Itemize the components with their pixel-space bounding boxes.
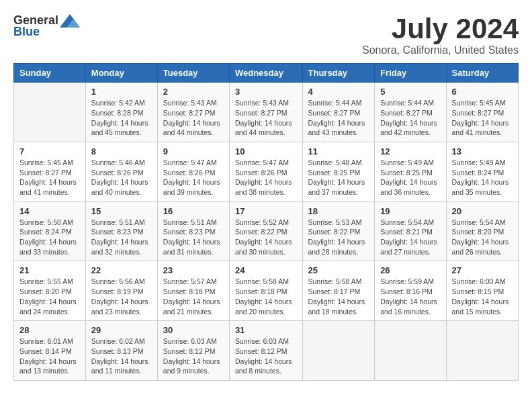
day-number: 29 bbox=[91, 325, 152, 335]
day-number: 22 bbox=[91, 265, 152, 275]
calendar-cell: 27Sunrise: 6:00 AM Sunset: 8:15 PM Dayli… bbox=[446, 261, 518, 321]
calendar-table: Sunday Monday Tuesday Wednesday Thursday… bbox=[13, 63, 519, 381]
day-info: Sunrise: 5:59 AM Sunset: 8:16 PM Dayligh… bbox=[380, 277, 440, 316]
day-number: 16 bbox=[163, 206, 224, 216]
calendar-cell: 11Sunrise: 5:48 AM Sunset: 8:25 PM Dayli… bbox=[302, 142, 375, 201]
day-number: 19 bbox=[380, 206, 440, 216]
day-info: Sunrise: 6:01 AM Sunset: 8:14 PM Dayligh… bbox=[19, 336, 80, 376]
calendar-cell: 7Sunrise: 5:45 AM Sunset: 8:27 PM Daylig… bbox=[14, 142, 86, 201]
calendar-cell: 4Sunrise: 5:44 AM Sunset: 8:27 PM Daylig… bbox=[302, 83, 375, 142]
calendar-cell: 1Sunrise: 5:42 AM Sunset: 8:28 PM Daylig… bbox=[85, 83, 157, 142]
day-info: Sunrise: 6:00 AM Sunset: 8:15 PM Dayligh… bbox=[452, 277, 513, 316]
calendar-cell: 10Sunrise: 5:47 AM Sunset: 8:26 PM Dayli… bbox=[229, 142, 302, 201]
day-number: 10 bbox=[235, 146, 297, 156]
day-number: 17 bbox=[235, 206, 297, 216]
day-number: 6 bbox=[452, 87, 513, 97]
day-info: Sunrise: 5:49 AM Sunset: 8:24 PM Dayligh… bbox=[452, 158, 513, 197]
day-number: 15 bbox=[91, 206, 152, 216]
day-info: Sunrise: 6:02 AM Sunset: 8:13 PM Dayligh… bbox=[91, 336, 152, 376]
day-info: Sunrise: 6:03 AM Sunset: 8:12 PM Dayligh… bbox=[235, 336, 297, 376]
calendar-cell: 16Sunrise: 5:51 AM Sunset: 8:23 PM Dayli… bbox=[157, 201, 229, 261]
day-number: 13 bbox=[452, 146, 513, 156]
calendar-cell: 3Sunrise: 5:43 AM Sunset: 8:27 PM Daylig… bbox=[229, 83, 302, 142]
calendar-week-5: 28Sunrise: 6:01 AM Sunset: 8:14 PM Dayli… bbox=[14, 321, 519, 381]
calendar-week-1: 1Sunrise: 5:42 AM Sunset: 8:28 PM Daylig… bbox=[14, 83, 519, 142]
day-number: 25 bbox=[308, 265, 369, 275]
day-info: Sunrise: 5:45 AM Sunset: 8:27 PM Dayligh… bbox=[19, 158, 80, 197]
calendar-week-3: 14Sunrise: 5:50 AM Sunset: 8:24 PM Dayli… bbox=[14, 201, 519, 261]
day-info: Sunrise: 5:44 AM Sunset: 8:27 PM Dayligh… bbox=[308, 98, 369, 138]
day-info: Sunrise: 5:58 AM Sunset: 8:18 PM Dayligh… bbox=[235, 277, 297, 316]
calendar-cell: 17Sunrise: 5:52 AM Sunset: 8:22 PM Dayli… bbox=[229, 201, 302, 261]
day-number: 4 bbox=[308, 87, 369, 97]
day-info: Sunrise: 5:42 AM Sunset: 8:28 PM Dayligh… bbox=[91, 98, 152, 138]
logo-icon bbox=[60, 14, 80, 28]
calendar-cell bbox=[446, 321, 518, 381]
day-number: 26 bbox=[380, 265, 440, 275]
calendar-cell: 14Sunrise: 5:50 AM Sunset: 8:24 PM Dayli… bbox=[14, 201, 86, 261]
calendar-cell bbox=[14, 83, 86, 142]
col-thursday: Thursday bbox=[302, 64, 375, 83]
day-number: 27 bbox=[452, 265, 513, 275]
day-info: Sunrise: 5:49 AM Sunset: 8:25 PM Dayligh… bbox=[380, 158, 440, 197]
col-wednesday: Wednesday bbox=[229, 64, 302, 83]
day-info: Sunrise: 5:53 AM Sunset: 8:22 PM Dayligh… bbox=[308, 218, 369, 257]
day-info: Sunrise: 5:47 AM Sunset: 8:26 PM Dayligh… bbox=[163, 158, 224, 197]
calendar-cell: 23Sunrise: 5:57 AM Sunset: 8:18 PM Dayli… bbox=[157, 261, 229, 321]
location-title: Sonora, California, United States bbox=[362, 44, 519, 56]
logo-blue: Blue bbox=[13, 25, 40, 39]
day-number: 9 bbox=[163, 146, 224, 156]
day-info: Sunrise: 5:51 AM Sunset: 8:23 PM Dayligh… bbox=[91, 218, 152, 257]
day-number: 8 bbox=[91, 146, 152, 156]
day-number: 20 bbox=[452, 206, 513, 216]
day-number: 30 bbox=[163, 325, 224, 335]
calendar-cell: 25Sunrise: 5:58 AM Sunset: 8:17 PM Dayli… bbox=[302, 261, 375, 321]
calendar-cell: 15Sunrise: 5:51 AM Sunset: 8:23 PM Dayli… bbox=[85, 201, 157, 261]
day-info: Sunrise: 5:55 AM Sunset: 8:20 PM Dayligh… bbox=[19, 277, 80, 316]
day-number: 24 bbox=[235, 265, 297, 275]
day-info: Sunrise: 5:54 AM Sunset: 8:21 PM Dayligh… bbox=[380, 218, 440, 257]
calendar-cell: 12Sunrise: 5:49 AM Sunset: 8:25 PM Dayli… bbox=[375, 142, 446, 201]
calendar-cell: 20Sunrise: 5:54 AM Sunset: 8:20 PM Dayli… bbox=[446, 201, 518, 261]
calendar-cell: 8Sunrise: 5:46 AM Sunset: 8:26 PM Daylig… bbox=[85, 142, 157, 201]
col-friday: Friday bbox=[375, 64, 446, 83]
day-info: Sunrise: 5:45 AM Sunset: 8:27 PM Dayligh… bbox=[452, 98, 513, 138]
calendar-cell: 2Sunrise: 5:43 AM Sunset: 8:27 PM Daylig… bbox=[157, 83, 229, 142]
calendar-week-4: 21Sunrise: 5:55 AM Sunset: 8:20 PM Dayli… bbox=[14, 261, 519, 321]
calendar-cell: 19Sunrise: 5:54 AM Sunset: 8:21 PM Dayli… bbox=[375, 201, 446, 261]
calendar-cell: 29Sunrise: 6:02 AM Sunset: 8:13 PM Dayli… bbox=[85, 321, 157, 381]
day-number: 12 bbox=[380, 146, 440, 156]
col-tuesday: Tuesday bbox=[157, 64, 229, 83]
calendar-cell: 21Sunrise: 5:55 AM Sunset: 8:20 PM Dayli… bbox=[14, 261, 86, 321]
calendar-cell: 13Sunrise: 5:49 AM Sunset: 8:24 PM Dayli… bbox=[446, 142, 518, 201]
day-info: Sunrise: 5:52 AM Sunset: 8:22 PM Dayligh… bbox=[235, 218, 297, 257]
month-title: July 2024 bbox=[362, 13, 519, 44]
day-number: 23 bbox=[163, 265, 224, 275]
day-info: Sunrise: 5:57 AM Sunset: 8:18 PM Dayligh… bbox=[163, 277, 224, 316]
calendar-cell: 18Sunrise: 5:53 AM Sunset: 8:22 PM Dayli… bbox=[302, 201, 375, 261]
day-number: 3 bbox=[235, 87, 297, 97]
day-number: 21 bbox=[19, 265, 80, 275]
calendar-cell bbox=[302, 321, 375, 381]
day-number: 14 bbox=[19, 206, 80, 216]
day-number: 2 bbox=[163, 87, 224, 97]
page-header: General Blue July 2024 Sonora, Californi… bbox=[13, 13, 519, 56]
day-number: 18 bbox=[308, 206, 369, 216]
calendar-cell: 9Sunrise: 5:47 AM Sunset: 8:26 PM Daylig… bbox=[157, 142, 229, 201]
day-info: Sunrise: 5:46 AM Sunset: 8:26 PM Dayligh… bbox=[91, 158, 152, 197]
calendar-cell: 22Sunrise: 5:56 AM Sunset: 8:19 PM Dayli… bbox=[85, 261, 157, 321]
calendar-cell: 5Sunrise: 5:44 AM Sunset: 8:27 PM Daylig… bbox=[375, 83, 446, 142]
calendar-cell: 26Sunrise: 5:59 AM Sunset: 8:16 PM Dayli… bbox=[375, 261, 446, 321]
day-info: Sunrise: 5:43 AM Sunset: 8:27 PM Dayligh… bbox=[163, 98, 224, 138]
col-saturday: Saturday bbox=[446, 64, 518, 83]
day-number: 5 bbox=[380, 87, 440, 97]
day-number: 1 bbox=[91, 87, 152, 97]
day-info: Sunrise: 5:54 AM Sunset: 8:20 PM Dayligh… bbox=[452, 218, 513, 257]
calendar-cell: 31Sunrise: 6:03 AM Sunset: 8:12 PM Dayli… bbox=[229, 321, 302, 381]
day-info: Sunrise: 5:50 AM Sunset: 8:24 PM Dayligh… bbox=[19, 218, 80, 257]
calendar-cell: 6Sunrise: 5:45 AM Sunset: 8:27 PM Daylig… bbox=[446, 83, 518, 142]
day-info: Sunrise: 5:48 AM Sunset: 8:25 PM Dayligh… bbox=[308, 158, 369, 197]
day-info: Sunrise: 5:44 AM Sunset: 8:27 PM Dayligh… bbox=[380, 98, 440, 138]
col-sunday: Sunday bbox=[14, 64, 86, 83]
calendar-week-2: 7Sunrise: 5:45 AM Sunset: 8:27 PM Daylig… bbox=[14, 142, 519, 201]
